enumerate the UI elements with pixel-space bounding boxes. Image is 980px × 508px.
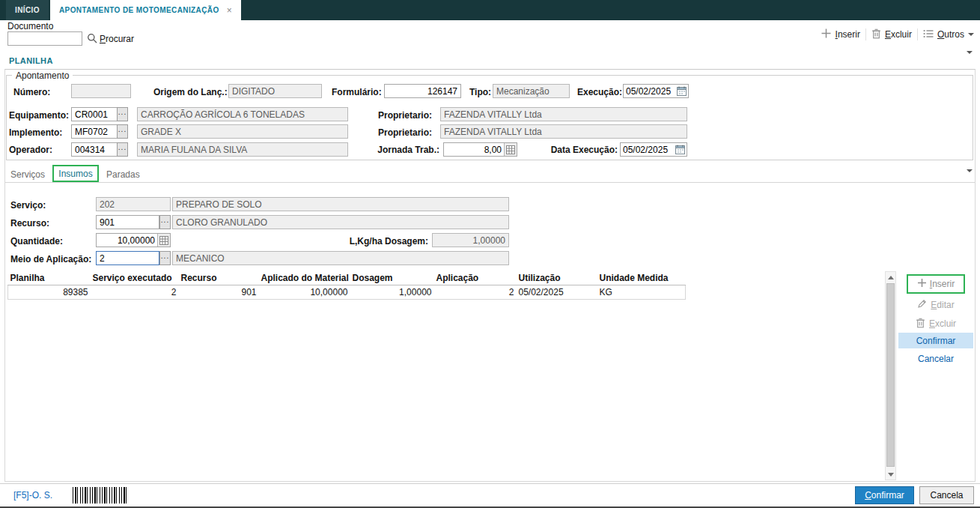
implemento-code-input[interactable] (71, 124, 118, 139)
grid-delete-button[interactable]: Excluir (898, 316, 973, 331)
separator (917, 28, 918, 40)
numero-label: Número: (13, 87, 50, 97)
recurso-lookup-button[interactable] (159, 215, 171, 229)
meio-aplicacao-code-input[interactable] (96, 251, 159, 265)
plus-icon (821, 28, 832, 41)
data-execucao-input[interactable] (621, 143, 674, 156)
delete-button[interactable]: Excluir (871, 28, 912, 41)
equipamento-desc-input (137, 107, 348, 121)
jornada-field[interactable] (443, 142, 517, 157)
calendar-icon[interactable] (675, 85, 688, 97)
grid-insert-button[interactable]: Inserir (907, 274, 965, 294)
grid-header-aplicacao[interactable]: Aplicação (434, 271, 517, 285)
execucao-date-input[interactable] (624, 85, 675, 97)
meio-aplicacao-lookup-button[interactable] (159, 251, 171, 265)
close-tab-icon[interactable]: × (227, 5, 232, 16)
grid-header-dosagem[interactable]: Dosagem (350, 271, 434, 285)
grid-edit-button[interactable]: Editar (898, 297, 973, 312)
dosagem-input (432, 233, 509, 247)
app-window: INÍCIO APONTAMENTO DE MOTOMECANIZAÇÃO × … (0, 0, 980, 508)
proprietario-equip-label: Proprietario: (378, 110, 432, 121)
os-shortcut-link[interactable]: [F5]-O. S. (13, 490, 52, 501)
calculator-icon[interactable] (157, 234, 170, 247)
formulario-label: Formulário: (332, 87, 382, 97)
cell-dosagem[interactable]: 1,00000 (350, 285, 434, 300)
grid-header-recurso[interactable]: Recurso (179, 271, 259, 285)
cancel-button[interactable]: Cancela (919, 486, 974, 504)
grid-header-planilha[interactable]: Planilha (8, 271, 91, 285)
search-button[interactable]: Procurar (100, 34, 134, 44)
confirm-button[interactable]: Confirmar (855, 486, 914, 504)
cell-servico-executado[interactable]: 2 (91, 285, 179, 300)
formulario-input[interactable] (384, 84, 461, 98)
recurso-desc-input (172, 215, 509, 229)
servico-label: Serviço: (10, 200, 46, 211)
tab-divider (5, 182, 975, 183)
tab-paradas[interactable]: Paradas (106, 169, 140, 180)
grid-scrollbar[interactable] (885, 271, 896, 480)
meio-aplicacao-label: Meio de Aplicação: (10, 254, 91, 264)
grid-header-servico-executado[interactable]: Serviço executado (91, 271, 179, 285)
insert-button[interactable]: Inserir (821, 28, 860, 41)
others-button[interactable]: Outros (923, 29, 974, 40)
search-icon[interactable] (87, 33, 97, 46)
jornada-input[interactable] (444, 143, 504, 156)
collapse-caret-icon[interactable] (967, 51, 973, 54)
separator (865, 28, 866, 40)
operador-lookup-button[interactable] (117, 142, 128, 157)
tab-servicos[interactable]: Serviços (10, 169, 45, 180)
tipo-input (493, 84, 570, 98)
grid-row[interactable]: 89385 2 901 10,00000 1,00000 2 05/02/202… (8, 285, 686, 300)
calculator-icon[interactable] (504, 143, 517, 156)
chevron-down-icon (968, 33, 974, 36)
window-tab-bar: INÍCIO APONTAMENTO DE MOTOMECANIZAÇÃO × (0, 0, 980, 20)
equipamento-code-input[interactable] (71, 107, 118, 121)
scrollbar-thumb[interactable] (886, 283, 895, 467)
grid-header-unidade-medida[interactable]: Unidade Medida (597, 271, 686, 285)
cell-recurso[interactable]: 901 (179, 285, 259, 300)
grid-header-aplicado[interactable]: Aplicado do Material (259, 271, 350, 285)
origem-label: Origem do Lanç.: (153, 87, 228, 97)
cell-aplicacao[interactable]: 2 (434, 285, 517, 300)
tab-apontamento[interactable]: APONTAMENTO DE MOTOMECANIZAÇÃO × (50, 0, 241, 20)
cancel-button-label: Cancela (930, 490, 963, 501)
recurso-code-input[interactable] (96, 215, 159, 229)
proprietario-equip-input (440, 107, 687, 121)
quantidade-field[interactable] (96, 233, 171, 247)
list-icon (923, 29, 934, 40)
document-input[interactable] (7, 31, 82, 46)
equipamento-label: Equipamento: (9, 110, 69, 121)
calendar-icon[interactable] (674, 143, 687, 156)
grid-edit-label: Editar (931, 300, 954, 310)
tab-planilha[interactable]: PLANILHA (9, 56, 53, 65)
proprietario-impl-input (440, 124, 687, 139)
cell-planilha[interactable]: 89385 (8, 285, 91, 300)
scroll-up-button[interactable] (886, 272, 895, 282)
tab-insumos-label: Insumos (58, 169, 92, 179)
cell-unidade-medida[interactable]: KG (597, 285, 686, 300)
barcode-image (73, 487, 128, 504)
execucao-label: Execução: (577, 87, 622, 97)
quantidade-input[interactable] (97, 234, 157, 247)
implemento-label: Implemento: (9, 127, 62, 138)
grid-delete-label: Excluir (929, 318, 956, 329)
grid-header-utilizacao[interactable]: Utilização (517, 271, 597, 285)
grid-confirm-button[interactable]: Confirmar (898, 333, 973, 348)
collapse-caret-icon[interactable] (967, 169, 973, 172)
scroll-down-button[interactable] (886, 469, 895, 480)
tab-inicio[interactable]: INÍCIO (6, 0, 49, 20)
tab-inicio-label: INÍCIO (15, 6, 40, 14)
pencil-icon (917, 299, 927, 311)
tab-insumos[interactable]: Insumos (52, 165, 99, 182)
insert-label: Inserir (836, 29, 860, 40)
cell-aplicado[interactable]: 10,00000 (259, 285, 350, 300)
execucao-date-field[interactable] (623, 84, 689, 98)
cell-utilizacao[interactable]: 05/02/2025 (517, 285, 597, 300)
operador-desc-input (137, 142, 348, 157)
operador-code-input[interactable] (71, 142, 118, 157)
implemento-lookup-button[interactable] (117, 124, 128, 139)
grid-cancel-button[interactable]: Cancelar (898, 351, 973, 366)
meio-aplicacao-desc-input (172, 251, 509, 265)
data-execucao-field[interactable] (620, 142, 687, 157)
equipamento-lookup-button[interactable] (117, 107, 128, 121)
